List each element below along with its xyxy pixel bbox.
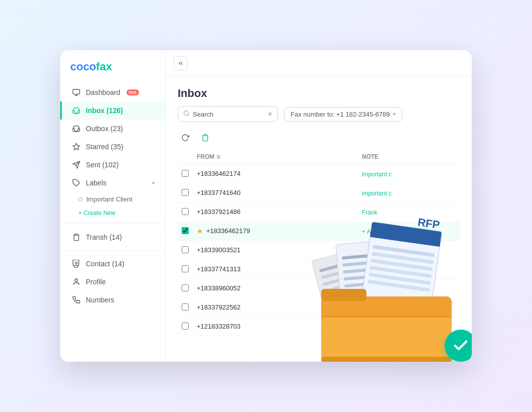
hot-badge: Hot — [126, 89, 139, 95]
app-window: cocofax Dashboard Hot Inbox (126) Outbox… — [60, 50, 472, 362]
sidebar-label-inbox: Inbox (126) — [86, 107, 123, 115]
row-from: +18337922562 — [193, 298, 358, 317]
toolbar: ✕ Fax number to: +1 182-2345-6789 ▾ — [166, 106, 472, 128]
row-note: important c — [358, 165, 460, 184]
table-row: +18336462174important c — [178, 165, 460, 184]
row-checkbox[interactable] — [182, 284, 189, 291]
row-checkbox[interactable] — [182, 265, 189, 272]
sidebar-label-dashboard: Dashboard — [86, 88, 120, 96]
svg-point-6 — [75, 262, 77, 264]
note-tag: important c — [362, 171, 391, 178]
row-note: Frank — [358, 203, 460, 222]
sidebar-item-outbox[interactable]: Outbox (23) — [60, 120, 165, 138]
sidebar-item-starred[interactable]: Starred (35) — [60, 138, 165, 156]
row-checkbox-cell — [178, 298, 193, 318]
star-icon — [72, 142, 81, 151]
phone-icon — [72, 295, 81, 304]
row-checkbox[interactable] — [182, 323, 189, 330]
sent-icon — [72, 160, 81, 169]
row-checkbox[interactable] — [182, 170, 189, 177]
sidebar-label-outbox: Outbox (23) — [86, 125, 123, 133]
row-note — [358, 241, 460, 260]
sidebar-item-profile[interactable]: Profile — [60, 273, 165, 291]
row-checkbox-cell — [178, 184, 193, 203]
from-number: +18336462174 — [197, 170, 240, 177]
table-row: +18337922562 — [178, 298, 460, 318]
row-from: +18336462174 — [193, 165, 358, 183]
table-row: +18337741640important c — [178, 184, 460, 203]
sidebar-item-inbox[interactable]: Inbox (126) — [60, 101, 165, 120]
search-clear-button[interactable]: ✕ — [268, 111, 273, 118]
row-checkbox-cell — [178, 318, 193, 337]
row-note: + Add No — [358, 222, 460, 241]
row-from: +18337741640 — [193, 184, 358, 202]
action-bar — [166, 128, 472, 149]
logo-text: cocofax — [70, 60, 112, 73]
row-from: +18337921486 — [193, 203, 358, 221]
sidebar-label-sent: Sent (102) — [86, 161, 118, 169]
sidebar-item-important-client[interactable]: Important Client — [60, 192, 165, 207]
table-row: +18337741313 — [178, 260, 460, 279]
sidebar-item-trash[interactable]: Transh (14) — [60, 228, 165, 246]
row-note: important c — [358, 184, 460, 203]
label-dot-icon — [78, 197, 82, 201]
search-icon — [183, 110, 190, 119]
row-note — [358, 318, 460, 337]
sidebar-label-labels: Labels — [86, 179, 106, 187]
row-checkbox-cell — [178, 165, 193, 184]
top-bar — [166, 50, 472, 77]
row-checkbox[interactable] — [182, 227, 189, 234]
row-checkbox-cell — [178, 260, 193, 279]
fax-dropdown-icon: ▾ — [393, 111, 396, 118]
search-box[interactable]: ✕ — [178, 106, 278, 122]
sidebar-item-numbers[interactable]: Numbers — [60, 291, 165, 309]
row-checkbox[interactable] — [182, 189, 189, 196]
sidebar-item-labels[interactable]: Labels ▾ — [60, 174, 165, 192]
from-label: FROM — [197, 153, 214, 160]
header-checkbox-cell — [178, 149, 193, 165]
inbox-icon — [72, 106, 81, 115]
table-row: +18338960052 — [178, 279, 460, 298]
sidebar-divider — [60, 224, 165, 224]
add-note-button[interactable]: + Add No — [362, 228, 456, 235]
svg-point-8 — [184, 111, 189, 116]
chevron-down-icon: ▾ — [152, 180, 155, 186]
sidebar-divider-2 — [60, 250, 165, 251]
star-filled-icon[interactable]: ★ — [197, 227, 203, 235]
row-note — [358, 260, 460, 279]
note-tag: important c — [362, 190, 391, 197]
search-input[interactable] — [193, 111, 264, 118]
sidebar-item-sent[interactable]: Sent (102) — [60, 156, 165, 174]
row-checkbox-cell — [178, 279, 193, 298]
fax-number-selector[interactable]: Fax number to: +1 182-2345-6789 ▾ — [284, 107, 403, 122]
row-from: +12183328703 — [193, 318, 358, 336]
delete-button[interactable] — [198, 130, 213, 145]
svg-marker-2 — [73, 143, 79, 150]
sidebar-label-starred: Starred (35) — [86, 143, 123, 151]
from-number: +18337741313 — [197, 265, 240, 273]
row-from: ★+18336462179 — [193, 222, 358, 241]
note-tag: Frank — [362, 209, 377, 216]
svg-line-9 — [188, 115, 189, 116]
row-checkbox-cell — [178, 241, 193, 260]
trash-icon — [72, 233, 81, 242]
fax-table: FROM ⇅ NOTE +18336462174important c+1833… — [178, 149, 460, 337]
collapse-button[interactable] — [174, 56, 188, 70]
svg-point-7 — [75, 279, 77, 281]
refresh-button[interactable] — [178, 130, 193, 145]
table-row: ★+18336462179+ Add No — [178, 222, 460, 241]
row-checkbox[interactable] — [182, 208, 189, 215]
from-number: +12183328703 — [197, 323, 240, 330]
sidebar-item-contact[interactable]: Contact (14) — [60, 255, 165, 273]
row-from: +18339003521 — [193, 241, 358, 259]
fax-table-container: FROM ⇅ NOTE +18336462174important c+1833… — [166, 149, 472, 362]
contact-icon — [72, 259, 81, 268]
row-from: +18338960052 — [193, 279, 358, 297]
sidebar-item-dashboard[interactable]: Dashboard Hot — [60, 83, 165, 101]
create-new-label-button[interactable]: + Create New — [60, 207, 165, 220]
sort-icon[interactable]: ⇅ — [216, 154, 220, 160]
sidebar: cocofax Dashboard Hot Inbox (126) Outbox… — [60, 50, 166, 362]
row-checkbox[interactable] — [182, 303, 189, 311]
table-row: +18337921486Frank — [178, 203, 460, 222]
row-checkbox[interactable] — [182, 246, 189, 253]
